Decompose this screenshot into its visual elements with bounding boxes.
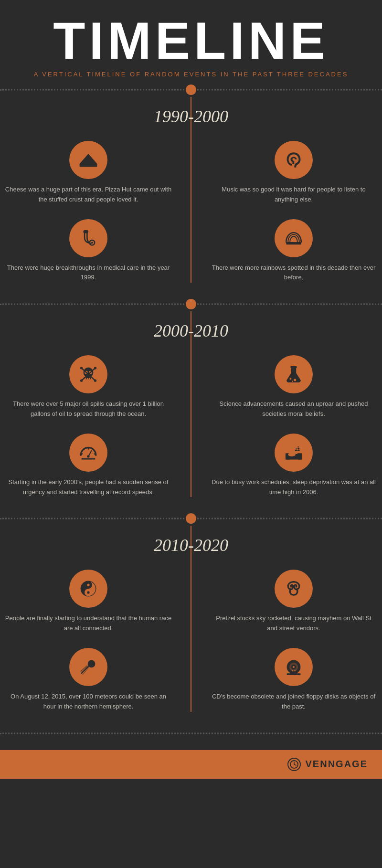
era-label-2010: 2010-2020 [0, 526, 382, 570]
yinyang-icon [78, 579, 98, 599]
svg-point-21 [289, 378, 291, 380]
svg-point-50 [293, 666, 295, 668]
svg-point-19 [94, 367, 96, 369]
speedometer-text: Starting in the early 2000's, people had… [5, 477, 172, 498]
timeline-row-5: People are finally starting to understan… [0, 570, 382, 634]
yinyang-icon-circle [69, 570, 107, 608]
footer-brand: VENNGAGE [306, 759, 368, 770]
divider-2000 [0, 297, 382, 311]
svg-rect-3 [80, 164, 97, 167]
timeline-section: 1990-2000 Cheese was a huge pa [0, 83, 382, 750]
svg-rect-7 [286, 242, 301, 244]
meteor-text: On August 12, 2015, over 100 meteors cou… [5, 692, 172, 712]
center-dot-1990 [186, 85, 196, 95]
cheese-text: Cheese was a huge part of this era. Pizz… [5, 185, 172, 205]
item-stethoscope: There were huge breakthroughs in medical… [0, 219, 191, 283]
era-label-2000: 2000-2010 [0, 311, 382, 355]
svg-rect-32 [286, 457, 302, 459]
yinyang-text: People are finally starting to understan… [5, 614, 172, 634]
cheese-icon [78, 150, 98, 170]
stethoscope-icon [78, 228, 98, 248]
cd-text: CD's become obsolete and joined floppy d… [210, 692, 377, 712]
sleep-text: Due to busy work schedules, sleep depriv… [210, 477, 377, 498]
timeline-row-3: There were over 5 major oil spills causi… [0, 355, 382, 419]
svg-point-0 [83, 160, 86, 164]
rainbow-icon-circle [275, 219, 313, 257]
rainbow-icon [284, 228, 304, 248]
svg-point-38 [87, 592, 89, 594]
stethoscope-text: There were huge breakthroughs in medical… [5, 263, 172, 283]
page-wrapper: TIMELINE A VERTICAL TIMELINE OF RANDOM E… [0, 0, 382, 779]
svg-point-42 [293, 591, 294, 593]
svg-point-1 [89, 159, 91, 161]
item-cheese: Cheese was a huge part of this era. Pizz… [0, 141, 191, 205]
svg-rect-53 [287, 673, 301, 675]
main-title: TIMELINE [10, 14, 372, 67]
divider-1990 [0, 83, 382, 97]
cd-icon-circle [275, 648, 313, 686]
timeline-row-2: There were huge breakthroughs in medical… [0, 219, 382, 283]
svg-rect-6 [84, 230, 89, 233]
ear-icon [284, 150, 304, 170]
item-skull: There were over 5 major oil spills causi… [0, 355, 191, 419]
svg-point-18 [80, 367, 83, 369]
svg-rect-10 [87, 378, 88, 380]
ear-icon-circle [275, 141, 313, 179]
svg-point-16 [80, 380, 83, 382]
timeline-row-6: On August 12, 2015, over 100 meteors cou… [0, 648, 382, 712]
era-2010-2020: 2010-2020 People are finally s [0, 526, 382, 711]
flask-icon [284, 364, 304, 384]
pretzel-text: Pretzel stocks sky rocketed, causing may… [210, 614, 377, 634]
svg-point-37 [87, 584, 89, 586]
item-meteor: On August 12, 2015, over 100 meteors cou… [0, 648, 191, 712]
venngage-logo-svg [290, 760, 298, 769]
venngage-logo-icon [287, 758, 301, 771]
timeline-row-1: Cheese was a huge part of this era. Pizz… [0, 141, 382, 205]
skull-icon [78, 364, 98, 384]
stethoscope-icon-circle [69, 219, 107, 257]
center-dot-2010 [186, 513, 196, 524]
flask-text: Science advancements caused an uproar an… [210, 399, 377, 419]
svg-point-52 [294, 670, 296, 672]
footer: VENNGAGE [0, 750, 382, 779]
svg-point-28 [87, 455, 89, 457]
meteor-icon [78, 657, 98, 677]
svg-point-51 [292, 670, 293, 672]
speedometer-icon-circle [69, 434, 107, 472]
item-speedometer: Starting in the early 2000's, people had… [0, 434, 191, 498]
era-1990-2000: 1990-2000 Cheese was a huge pa [0, 97, 382, 283]
svg-point-23 [292, 381, 293, 382]
cheese-icon-circle [69, 141, 107, 179]
item-cd: CD's become obsolete and joined floppy d… [191, 648, 382, 712]
svg-rect-20 [290, 366, 297, 368]
item-yinyang: People are finally starting to understan… [0, 570, 191, 634]
item-rainbow: There were more rainbows spotted in this… [191, 219, 382, 283]
item-ear: Music was so good it was hard for people… [191, 141, 382, 205]
era-2000-2010: 2000-2010 [0, 311, 382, 497]
item-pretzel: Pretzel stocks sky rocketed, causing may… [191, 570, 382, 634]
era-label-1990: 1990-2000 [0, 97, 382, 141]
header: TIMELINE A VERTICAL TIMELINE OF RANDOM E… [0, 0, 382, 83]
svg-point-17 [94, 380, 96, 382]
meteor-icon-circle [69, 648, 107, 686]
divider-2010 [0, 511, 382, 526]
svg-point-41 [294, 593, 296, 594]
flask-icon-circle [275, 355, 313, 393]
item-sleep: Zz z Due to busy work schedules, sleep d… [191, 434, 382, 498]
timeline-row-4: Starting in the early 2000's, people had… [0, 434, 382, 498]
speedometer-icon [78, 443, 98, 463]
ear-text: Music was so good it was hard for people… [210, 185, 377, 205]
svg-point-40 [292, 593, 293, 594]
divider-bottom [0, 726, 382, 741]
pretzel-icon-circle [275, 570, 313, 608]
rainbow-text: There were more rainbows spotted in this… [210, 263, 377, 283]
pretzel-icon [284, 579, 304, 599]
center-dot-2000 [186, 299, 196, 309]
skull-text: There were over 5 major oil spills causi… [5, 399, 172, 419]
svg-point-33 [288, 453, 296, 456]
cd-icon [284, 657, 304, 677]
item-flask: Science advancements caused an uproar an… [191, 355, 382, 419]
skull-icon-circle [69, 355, 107, 393]
svg-rect-11 [89, 378, 90, 380]
sleep-icon-circle: Zz z [275, 434, 313, 472]
